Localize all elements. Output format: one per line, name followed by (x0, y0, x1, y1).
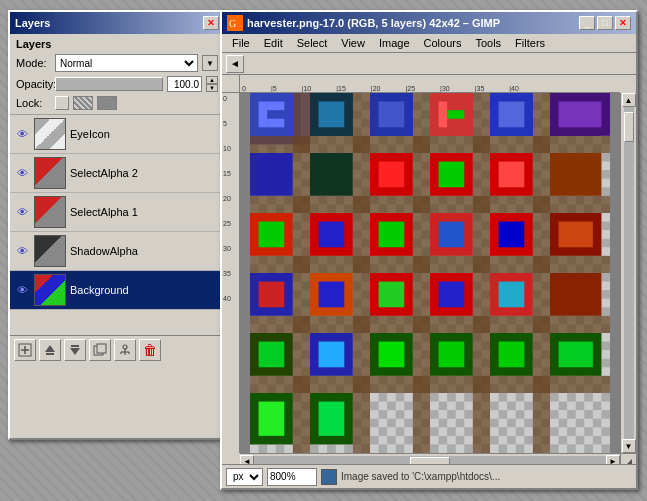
layer-item[interactable]: 👁 EyeIcon (10, 115, 224, 154)
layer-visibility-eye[interactable]: 👁 (14, 243, 30, 259)
layer-name: ShadowAlpha (70, 245, 220, 257)
svg-rect-89 (250, 256, 610, 273)
raise-layer-button[interactable] (39, 339, 61, 361)
layer-visibility-eye[interactable]: 👁 (14, 165, 30, 181)
svg-rect-71 (379, 342, 405, 368)
maximize-button[interactable]: □ (597, 16, 613, 30)
menu-file[interactable]: File (226, 36, 256, 50)
close-button[interactable]: ✕ (615, 16, 631, 30)
svg-rect-106 (559, 102, 602, 128)
svg-rect-88 (250, 196, 610, 213)
svg-rect-90 (250, 316, 610, 333)
canvas-area: 0 |5 |10 |15 |20 |25 |30 |35 |40 0 5 10 … (222, 75, 636, 469)
scroll-down-button[interactable]: ▼ (622, 439, 636, 453)
svg-rect-94 (267, 102, 284, 111)
svg-rect-102 (447, 110, 464, 119)
gimp-main-window: harvester.png-17.0 (RGB, 5 layers) 42x42… (220, 10, 638, 490)
menu-tools[interactable]: Tools (469, 36, 507, 50)
layer-name: EyeIcon (70, 128, 220, 140)
opacity-slider[interactable] (55, 77, 163, 91)
svg-rect-81 (319, 402, 345, 436)
svg-rect-50 (439, 222, 465, 248)
svg-rect-37 (379, 162, 405, 188)
layers-bottom-bar: 🗑 (10, 335, 224, 363)
svg-rect-69 (319, 342, 345, 368)
lock-pixels-checkbox[interactable] (55, 96, 69, 110)
svg-rect-87 (250, 136, 610, 153)
svg-marker-3 (45, 345, 55, 352)
ruler-corner (222, 75, 240, 93)
lock-row: Lock: (16, 96, 218, 110)
svg-rect-99 (379, 102, 405, 128)
menu-select[interactable]: Select (291, 36, 334, 50)
svg-rect-52 (499, 222, 525, 248)
layer-thumbnail (34, 196, 66, 228)
layer-thumbnail (34, 274, 66, 306)
status-bar: px 800% Image saved to 'C:\xampp\htdocs\… (222, 464, 636, 488)
minimize-button[interactable]: _ (579, 16, 595, 30)
svg-rect-35 (310, 153, 353, 196)
gimp-window-title: harvester.png-17.0 (RGB, 5 layers) 42x42… (247, 17, 500, 29)
zoom-input[interactable]: 800% (267, 468, 317, 486)
duplicate-layer-button[interactable] (89, 339, 111, 361)
layers-panel-title: Layers (15, 17, 50, 29)
layer-item[interactable]: 👁 ShadowAlpha (10, 232, 224, 271)
mode-select[interactable]: Normal (55, 54, 198, 72)
layer-visibility-eye[interactable]: 👁 (14, 282, 30, 298)
image-canvas[interactable] (240, 93, 620, 453)
lower-layer-button[interactable] (64, 339, 86, 361)
opacity-value[interactable]: 100.0 (167, 76, 202, 92)
menu-filters[interactable]: Filters (509, 36, 551, 50)
delete-layer-button[interactable]: 🗑 (139, 339, 161, 361)
menu-colours[interactable]: Colours (418, 36, 468, 50)
lock-pattern-icon[interactable] (73, 96, 93, 110)
title-bar-buttons: _ □ ✕ (579, 16, 631, 30)
svg-rect-54 (559, 222, 593, 248)
canvas-nav-button[interactable]: ◄ (226, 55, 244, 73)
scroll-thumb-vertical[interactable] (624, 112, 634, 142)
layers-section-title: Layers (16, 38, 218, 50)
layer-item[interactable]: 👁 Background (10, 271, 224, 310)
opacity-decrease-button[interactable]: ▼ (206, 84, 218, 92)
svg-rect-56 (259, 282, 285, 308)
svg-rect-67 (259, 342, 285, 368)
layer-visibility-eye[interactable]: 👁 (14, 204, 30, 220)
layer-visibility-eye[interactable]: 👁 (14, 126, 30, 142)
scroll-up-button[interactable]: ▲ (622, 93, 636, 107)
opacity-label: Opacity: (16, 78, 51, 90)
title-bar-left: harvester.png-17.0 (RGB, 5 layers) 42x42… (227, 15, 500, 31)
unit-select[interactable]: px (226, 468, 263, 486)
svg-point-9 (123, 345, 127, 349)
lock-color-icon[interactable] (97, 96, 117, 110)
opacity-spin-buttons: ▲ ▼ (206, 76, 218, 92)
svg-rect-8 (97, 344, 106, 353)
layer-item[interactable]: 👁 SelectAlpha 1 (10, 193, 224, 232)
layer-thumbnail (34, 118, 66, 150)
svg-rect-48 (379, 222, 405, 248)
gimp-icon (227, 15, 243, 31)
gimp-title-bar: harvester.png-17.0 (RGB, 5 layers) 42x42… (222, 12, 636, 34)
svg-rect-77 (559, 342, 593, 368)
anchor-layer-button[interactable] (114, 339, 136, 361)
svg-rect-44 (259, 222, 285, 248)
new-layer-button[interactable] (14, 339, 36, 361)
svg-rect-93 (259, 102, 268, 128)
layers-close-button[interactable]: ✕ (203, 16, 219, 30)
svg-rect-42 (550, 153, 601, 196)
opacity-increase-button[interactable]: ▲ (206, 76, 218, 84)
svg-rect-60 (379, 282, 405, 308)
layers-list: 👁 EyeIcon 👁 SelectAlpha 2 👁 SelectAlpha … (10, 115, 224, 335)
vertical-ruler: 0 5 10 15 20 25 30 35 40 (222, 93, 240, 453)
layer-name: SelectAlpha 2 (70, 167, 220, 179)
layer-item[interactable]: 👁 SelectAlpha 2 (10, 154, 224, 193)
horizontal-ruler: 0 |5 |10 |15 |20 |25 |30 |35 |40 (240, 75, 620, 93)
layer-name: Background (70, 284, 220, 296)
menu-view[interactable]: View (335, 36, 371, 50)
layer-thumbnail (34, 157, 66, 189)
scroll-track-vertical[interactable] (624, 107, 634, 439)
vertical-scrollbar[interactable]: ▲ ▼ (620, 93, 636, 453)
layers-expand-button[interactable]: ▼ (202, 55, 218, 71)
menu-image[interactable]: Image (373, 36, 416, 50)
menu-edit[interactable]: Edit (258, 36, 289, 50)
layers-title-bar: Layers ✕ (10, 12, 224, 34)
